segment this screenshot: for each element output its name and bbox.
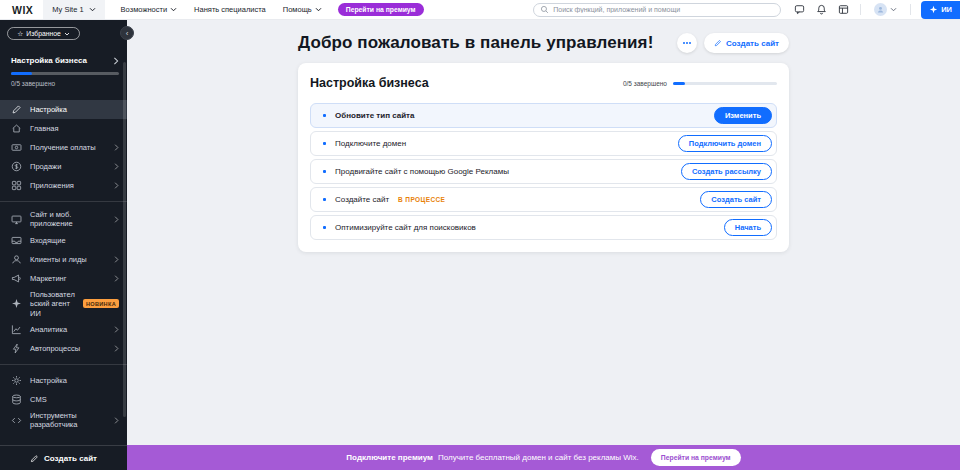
sidebar-item-settings[interactable]: Настройка: [0, 371, 127, 390]
top-nav: Возможности Нанять специалиста Помощь: [121, 5, 322, 14]
wix-logo: WIX: [12, 4, 33, 16]
monitor-icon: [10, 214, 22, 225]
notifications-bell-icon[interactable]: [816, 4, 827, 15]
task-action-button[interactable]: Изменить: [714, 107, 772, 124]
setup-progress-bar: [11, 72, 119, 75]
task-row[interactable]: Обновите тип сайта Изменить: [310, 103, 777, 128]
sidebar-item-label: Инструменты разработчика: [30, 411, 106, 430]
sidebar-item-payments[interactable]: Получение оплаты: [0, 138, 127, 157]
sidebar-item-ai-agent[interactable]: Пользовательский агент ИИ НОВИНКА: [0, 288, 127, 320]
card-title: Настройка бизнеса: [310, 76, 429, 90]
chevron-down-icon: [89, 7, 96, 12]
account-menu[interactable]: [874, 3, 897, 16]
premium-banner: Подключите премиум Получите бесплатный д…: [127, 445, 960, 470]
card-progress-label: 0/5 завершено: [623, 80, 667, 87]
sidebar-collapse-button[interactable]: ‹: [120, 26, 134, 40]
sidebar-item-label: Продажи: [30, 162, 106, 171]
more-actions-button[interactable]: [677, 33, 697, 53]
people-icon: [10, 254, 22, 265]
card-progress-fill: [673, 82, 685, 85]
sidebar-item-label: Приложения: [30, 181, 106, 190]
apps-panel-icon[interactable]: [838, 4, 849, 15]
sidebar-item-label: Настройка: [30, 376, 119, 385]
chevron-right-icon: [113, 57, 119, 65]
sidebar-item-label: Клиенты и лиды: [30, 255, 106, 264]
bolt-icon: [10, 343, 22, 354]
sidebar-item-contacts[interactable]: Клиенты и лиды: [0, 250, 127, 269]
site-selector[interactable]: My Site 1: [43, 0, 104, 19]
sidebar-item-setup[interactable]: Настройка: [0, 100, 127, 119]
business-setup-card: Настройка бизнеса 0/5 завершено Обновите…: [298, 63, 789, 252]
page-title: Добро пожаловать в панель управления!: [298, 33, 653, 53]
sidebar-item-inbox[interactable]: Входящие: [0, 231, 127, 250]
upgrade-premium-button[interactable]: Перейти на премиум: [338, 3, 424, 16]
task-label: Обновите тип сайта: [335, 111, 414, 120]
business-setup-title: Настройка бизнеса: [11, 56, 87, 65]
card-progress-bar: [673, 82, 777, 85]
sidebar-item-dev-tools[interactable]: Инструменты разработчика: [0, 409, 127, 432]
edit-icon: [10, 104, 22, 115]
site-selector-label: My Site 1: [52, 5, 83, 14]
top-icons: [794, 3, 911, 16]
ai-assistant-button[interactable]: ИИ: [921, 1, 960, 19]
sidebar-item-label: Сайт и моб. приложение: [30, 210, 106, 229]
task-action-button[interactable]: Начать: [724, 219, 772, 236]
chevron-right-icon: [114, 275, 119, 282]
banner-premium-button[interactable]: Перейти на премиум: [651, 449, 741, 466]
chevron-right-icon: [114, 256, 119, 263]
task-row[interactable]: Оптимизируйте сайт для поисковиков Начат…: [310, 215, 777, 240]
chart-icon: [10, 324, 22, 335]
task-row[interactable]: Подключите домен Подключить домен: [310, 131, 777, 156]
wix-dashboard: WIX My Site 1 Возможности Нанять специал…: [0, 0, 960, 470]
sidebar-item-cms[interactable]: CMS: [0, 390, 127, 409]
sidebar-item-home[interactable]: Главная: [0, 119, 127, 138]
task-action-button[interactable]: Подключить домен: [678, 135, 772, 152]
pencil-icon: [714, 39, 722, 47]
setup-progress-fill: [11, 72, 32, 75]
sidebar-create-site-button[interactable]: Создать сайт: [0, 445, 127, 470]
task-row[interactable]: Создайте сайт В ПРОЦЕССЕ Создать сайт: [310, 187, 777, 212]
chevron-right-icon: [114, 163, 119, 170]
chevron-right-icon: [114, 182, 119, 189]
sidebar-item-automations[interactable]: Автопроцессы: [0, 339, 127, 358]
top-bar: WIX My Site 1 Возможности Нанять специал…: [0, 0, 960, 20]
top-nav-item-0[interactable]: Возможности: [121, 5, 177, 14]
banner-message: Получите бесплатный домен и сайт без рек…: [438, 453, 639, 462]
sidebar-item-label: CMS: [30, 395, 119, 404]
sidebar-item-analytics[interactable]: Аналитика: [0, 320, 127, 339]
new-badge: НОВИНКА: [83, 299, 119, 308]
divider: [910, 4, 911, 15]
favorites-dropdown[interactable]: ☆ Избранное: [7, 27, 80, 40]
ai-button-label: ИИ: [941, 5, 952, 14]
chat-icon[interactable]: [794, 4, 805, 15]
sidebar-item-site-mobile[interactable]: Сайт и моб. приложение: [0, 208, 127, 231]
avatar: [874, 3, 887, 16]
sidebar-item-label: Пользовательский агент ИИ: [30, 290, 75, 318]
sidebar-scrollbar[interactable]: [123, 62, 126, 417]
sidebar-item-label: Аналитика: [30, 325, 106, 334]
search-bar[interactable]: [533, 3, 781, 17]
business-setup-summary[interactable]: Настройка бизнеса 0/5 завершено: [0, 40, 127, 87]
chevron-right-icon: [114, 417, 119, 424]
sidebar-item-label: Маркетинг: [30, 274, 106, 283]
chevron-down-icon: [64, 32, 70, 36]
sidebar-item-label: Главная: [30, 124, 119, 133]
main-content: Добро пожаловать в панель управления! Со…: [127, 20, 960, 445]
sidebar-item-marketing[interactable]: Маркетинг: [0, 269, 127, 288]
task-action-button[interactable]: Создать рассылку: [681, 163, 772, 180]
gear-icon: [10, 375, 22, 386]
database-icon: [10, 394, 22, 405]
create-site-button[interactable]: Создать сайт: [704, 33, 789, 53]
sidebar-item-label: Входящие: [30, 236, 119, 245]
task-label: Продвигайте сайт с помощью Google Реклам…: [335, 167, 509, 176]
sidebar-item-sales[interactable]: Продажи: [0, 157, 127, 176]
task-action-button[interactable]: Создать сайт: [700, 191, 772, 208]
sidebar-item-apps[interactable]: Приложения: [0, 176, 127, 195]
top-nav-item-2[interactable]: Помощь: [283, 5, 322, 14]
task-row[interactable]: Продвигайте сайт с помощью Google Реклам…: [310, 159, 777, 184]
create-site-button-label: Создать сайт: [726, 39, 779, 48]
top-nav-item-1[interactable]: Нанять специалиста: [194, 5, 266, 14]
home-icon: [10, 123, 22, 134]
sidebar-item-label: Автопроцессы: [30, 344, 106, 353]
search-input[interactable]: [553, 6, 774, 13]
